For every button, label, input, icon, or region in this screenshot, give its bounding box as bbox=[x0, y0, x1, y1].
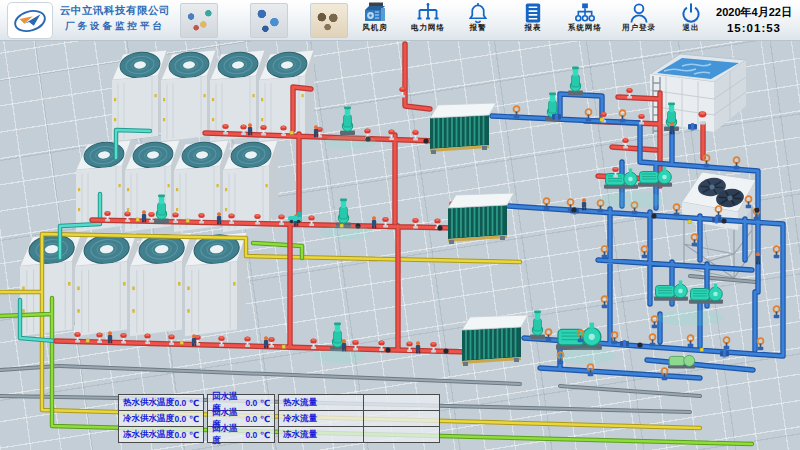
report-icon bbox=[521, 2, 545, 24]
company-name-line1: 云中立讯科技有限公司 bbox=[55, 4, 175, 18]
logo-swoosh-icon bbox=[11, 6, 49, 36]
return-unit: ℃ bbox=[260, 414, 270, 424]
return-label: 回水温度 bbox=[212, 423, 246, 447]
return-value: 0.0 bbox=[246, 414, 258, 424]
table-row: 冷水流量 bbox=[279, 411, 439, 427]
supply-value: 0.0 bbox=[175, 430, 187, 440]
water-tank bbox=[650, 54, 746, 135]
time-text: 15:01:53 bbox=[710, 22, 798, 34]
user-login-icon bbox=[627, 2, 651, 24]
nav-label: 系统网络 bbox=[559, 24, 611, 32]
power-network-icon bbox=[416, 2, 440, 24]
table-row: 回水温度 0.0 ℃ bbox=[208, 427, 274, 442]
datetime-display: 2020年4月22日 15:01:53 bbox=[710, 5, 798, 34]
table-row: 冻水供水温度 0.0 ℃ bbox=[119, 427, 203, 442]
scada-hvac-screen: { "header": { "company_line1": "云中立讯科技有限… bbox=[0, 0, 800, 450]
plate-heat-exchanger-1 bbox=[430, 103, 496, 154]
platform-title: 厂务设备监控平台 bbox=[55, 20, 175, 33]
supply-unit: ℃ bbox=[189, 398, 199, 408]
table-row: 冻水流量 bbox=[279, 427, 439, 442]
nav-system-network[interactable]: 系统网络 bbox=[559, 1, 611, 39]
screen-preview-2[interactable] bbox=[250, 3, 288, 38]
supply-label: 冷水供水温度 bbox=[123, 413, 174, 425]
supply-label: 热水供水温度 bbox=[123, 397, 174, 409]
exit-power-icon bbox=[679, 2, 703, 24]
nav-power-network[interactable]: 电力网络 bbox=[402, 1, 454, 39]
company-logo bbox=[7, 2, 53, 39]
nav-label: 报警 bbox=[452, 24, 504, 32]
flow-label: 冷水流量 bbox=[279, 411, 364, 426]
fan-room-icon bbox=[363, 2, 387, 24]
flow-label: 热水流量 bbox=[279, 395, 364, 410]
flow-label: 冻水流量 bbox=[279, 427, 364, 442]
plate-heat-exchanger-3 bbox=[462, 315, 528, 366]
return-temp-column: 回水温度 0.0 ℃ 回水温度 0.0 ℃ 回水温度 0.0 ℃ bbox=[207, 394, 275, 443]
temperature-flow-table: 热水供水温度 0.0 ℃ 冷水供水温度 0.0 ℃ 冻水供水温度 0.0 ℃ 回… bbox=[118, 394, 440, 443]
supply-unit: ℃ bbox=[189, 430, 199, 440]
return-value: 0.0 bbox=[246, 430, 258, 440]
supply-temp-column: 热水供水温度 0.0 ℃ 冷水供水温度 0.0 ℃ 冻水供水温度 0.0 ℃ bbox=[118, 394, 204, 443]
supply-value: 0.0 bbox=[175, 414, 187, 424]
nav-label: 电力网络 bbox=[402, 24, 454, 32]
supply-unit: ℃ bbox=[189, 414, 199, 424]
plate-heat-exchanger-2 bbox=[448, 193, 514, 244]
return-unit: ℃ bbox=[260, 430, 270, 440]
header-bar: 云中立讯科技有限公司 厂务设备监控平台 风机房 电力网络 报警 bbox=[0, 0, 800, 41]
company-name: 云中立讯科技有限公司 厂务设备监控平台 bbox=[55, 4, 175, 33]
flow-column: 热水流量 冷水流量 冻水流量 bbox=[278, 394, 440, 443]
screen-preview-3[interactable] bbox=[310, 3, 348, 38]
nav-report[interactable]: 报表 bbox=[507, 1, 559, 39]
table-row: 热水供水温度 0.0 ℃ bbox=[119, 395, 203, 411]
date-text: 2020年4月22日 bbox=[710, 5, 798, 20]
screen-preview-1[interactable] bbox=[180, 3, 218, 38]
supply-value: 0.0 bbox=[175, 398, 187, 408]
return-value: 0.0 bbox=[246, 398, 258, 408]
system-network-icon bbox=[573, 2, 597, 24]
nav-user-login[interactable]: 用户登录 bbox=[613, 1, 665, 39]
plant-scene bbox=[0, 0, 800, 450]
nav-label: 用户登录 bbox=[613, 24, 665, 32]
nav-label: 报表 bbox=[507, 24, 559, 32]
table-row: 热水流量 bbox=[279, 395, 439, 411]
nav-alarm[interactable]: 报警 bbox=[452, 1, 504, 39]
supply-label: 冻水供水温度 bbox=[123, 429, 174, 441]
return-unit: ℃ bbox=[260, 398, 270, 408]
nav-fan-room[interactable]: 风机房 bbox=[349, 1, 401, 39]
table-row: 冷水供水温度 0.0 ℃ bbox=[119, 411, 203, 427]
nav-label: 风机房 bbox=[349, 24, 401, 32]
alarm-bell-icon bbox=[466, 2, 490, 24]
